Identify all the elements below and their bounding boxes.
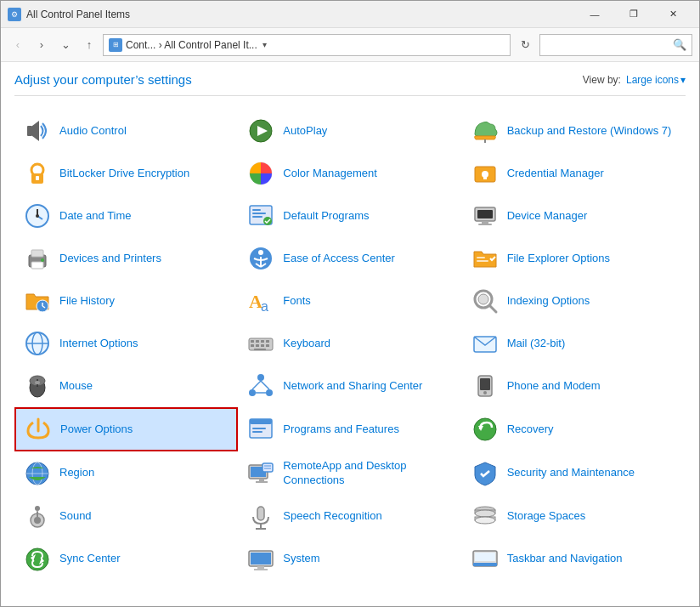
item-sound[interactable]: Sound <box>14 496 238 538</box>
view-by-value-text: Large icons <box>626 74 679 86</box>
address-text: Cont... › All Control Panel It... <box>126 39 257 51</box>
item-network-sharing[interactable]: Network and Sharing Center <box>238 365 461 407</box>
item-bitlocker[interactable]: BitLocker Drive Encryption <box>14 152 238 195</box>
date-time-icon <box>24 202 51 230</box>
item-mouse[interactable]: Mouse <box>14 365 238 407</box>
item-ease-of-access[interactable]: Ease of Access Center <box>238 237 461 280</box>
security-maintenance-icon <box>471 460 499 487</box>
speech-recognition-icon <box>247 503 274 530</box>
recovery-icon <box>471 416 499 443</box>
fonts-icon <box>247 287 274 315</box>
item-system[interactable]: System <box>238 538 461 581</box>
address-bar: ‹ › ⌄ ↑ ⊞ Cont... › All Control Panel It… <box>1 28 699 62</box>
taskbar-navigation-icon <box>471 546 499 573</box>
close-button[interactable]: ✕ <box>653 1 692 28</box>
item-credential-manager[interactable]: Credential Manager <box>462 152 686 195</box>
title-bar: ⚙ All Control Panel Items — ❐ ✕ <box>1 1 699 28</box>
sync-center-label: Sync Center <box>59 552 121 566</box>
item-file-history[interactable]: File History <box>14 280 238 322</box>
remoteapp-label: RemoteApp and Desktop Connections <box>283 459 452 488</box>
refresh-button[interactable]: ↻ <box>514 34 536 56</box>
credential-manager-label: Credential Manager <box>507 167 604 181</box>
item-date-time[interactable]: Date and Time <box>14 195 238 237</box>
audio-control-icon <box>24 117 51 145</box>
item-programs-features[interactable]: Programs and Features <box>238 407 461 451</box>
indexing-options-label: Indexing Options <box>507 294 590 309</box>
taskbar-navigation-label: Taskbar and Navigation <box>507 552 623 566</box>
search-input[interactable] <box>545 39 673 51</box>
item-autoplay[interactable]: AutoPlay <box>238 110 461 152</box>
content-area: Adjust your computer’s settings View by:… <box>1 62 699 607</box>
search-icon: 🔍 <box>673 38 686 51</box>
forward-button[interactable]: › <box>31 35 52 55</box>
ease-of-access-icon <box>247 245 274 272</box>
recovery-label: Recovery <box>507 423 554 437</box>
system-icon <box>247 546 274 573</box>
item-keyboard[interactable]: Keyboard <box>238 322 461 365</box>
items-grid: Audio ControlAutoPlayBackup and Restore … <box>14 110 686 581</box>
item-sync-center[interactable]: Sync Center <box>14 538 238 581</box>
internet-options-icon <box>24 330 51 357</box>
date-time-label: Date and Time <box>59 209 132 224</box>
item-security-maintenance[interactable]: Security and Maintenance <box>462 451 686 496</box>
item-remoteapp[interactable]: RemoteApp and Desktop Connections <box>238 451 461 496</box>
color-management-label: Color Management <box>283 167 377 181</box>
power-options-label: Power Options <box>60 423 133 437</box>
item-file-explorer-options[interactable]: File Explorer Options <box>462 237 686 280</box>
item-power-options[interactable]: Power Options <box>14 407 238 451</box>
window-title: All Control Panel Items <box>26 9 575 20</box>
item-mail-32bit[interactable]: Mail (32-bit) <box>462 322 686 365</box>
adjust-settings-text: Adjust your computer’s settings <box>14 72 192 87</box>
sync-center-icon <box>24 546 51 573</box>
window-controls: — ❐ ✕ <box>575 1 692 28</box>
item-device-manager[interactable]: Device Manager <box>462 195 686 237</box>
item-backup-restore[interactable]: Backup and Restore (Windows 7) <box>462 110 686 152</box>
address-dropdown-chevron[interactable]: ▾ <box>262 40 267 49</box>
up-button[interactable]: ↑ <box>79 35 99 55</box>
region-label: Region <box>59 466 94 480</box>
file-history-label: File History <box>59 294 115 309</box>
network-sharing-icon <box>247 372 274 400</box>
mail-32bit-icon <box>471 330 499 357</box>
bitlocker-label: BitLocker Drive Encryption <box>59 167 189 181</box>
indexing-options-icon <box>471 287 499 315</box>
view-by-value[interactable]: Large icons ▾ <box>626 74 686 86</box>
item-fonts[interactable]: Fonts <box>238 280 461 322</box>
keyboard-label: Keyboard <box>283 337 330 351</box>
backup-restore-icon <box>471 117 499 145</box>
sound-label: Sound <box>59 509 92 524</box>
item-color-management[interactable]: Color Management <box>238 152 461 195</box>
autoplay-icon <box>247 117 274 145</box>
item-speech-recognition[interactable]: Speech Recognition <box>238 496 461 538</box>
back-button[interactable]: ‹ <box>8 35 28 55</box>
restore-button[interactable]: ❐ <box>614 1 653 28</box>
item-recovery[interactable]: Recovery <box>462 407 686 451</box>
header-row: Adjust your computer’s settings View by:… <box>14 72 686 96</box>
address-field[interactable]: ⊞ Cont... › All Control Panel It... ▾ <box>103 34 511 56</box>
programs-features-label: Programs and Features <box>283 423 399 437</box>
item-region[interactable]: Region <box>14 451 238 496</box>
item-phone-modem[interactable]: Phone and Modem <box>462 365 686 407</box>
view-by-label: View by: <box>583 74 621 86</box>
storage-spaces-label: Storage Spaces <box>507 509 586 524</box>
view-by-control: View by: Large icons ▾ <box>583 74 686 86</box>
view-by-chevron: ▾ <box>680 74 686 86</box>
minimize-button[interactable]: — <box>575 1 614 28</box>
remoteapp-icon <box>247 460 274 487</box>
dropdown-button[interactable]: ⌄ <box>55 35 76 55</box>
item-indexing-options[interactable]: Indexing Options <box>462 280 686 322</box>
credential-manager-icon <box>471 160 499 187</box>
item-taskbar-navigation[interactable]: Taskbar and Navigation <box>462 538 686 581</box>
item-devices-printers[interactable]: Devices and Printers <box>14 237 238 280</box>
item-audio-control[interactable]: Audio Control <box>14 110 238 152</box>
file-explorer-options-icon <box>471 245 499 272</box>
power-options-icon <box>25 416 52 443</box>
item-default-programs[interactable]: Default Programs <box>238 195 461 237</box>
search-box[interactable]: 🔍 <box>539 34 692 56</box>
device-manager-label: Device Manager <box>507 209 588 224</box>
internet-options-label: Internet Options <box>59 337 138 351</box>
sound-icon <box>24 503 51 530</box>
item-storage-spaces[interactable]: Storage Spaces <box>462 496 686 538</box>
item-internet-options[interactable]: Internet Options <box>14 322 238 365</box>
file-history-icon <box>24 287 51 315</box>
